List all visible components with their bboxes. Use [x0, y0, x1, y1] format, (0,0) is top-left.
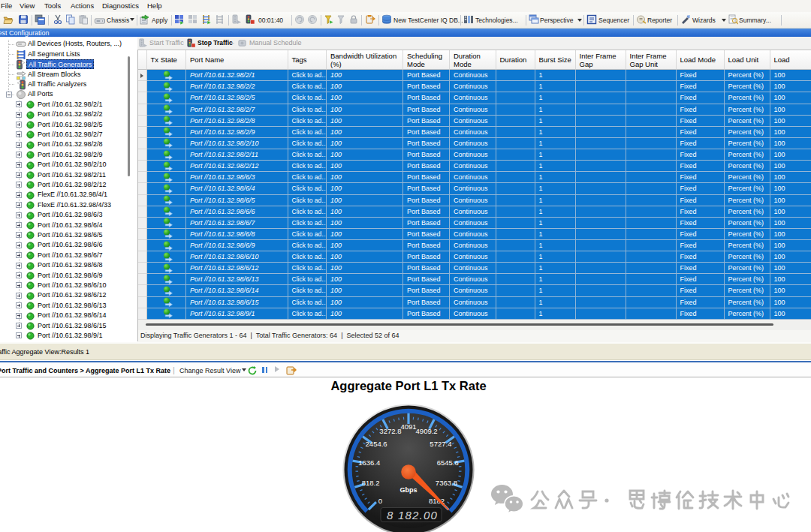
- svg-text:5727.4: 5727.4: [430, 440, 451, 449]
- svg-text:4091: 4091: [400, 422, 416, 431]
- svg-text:6545.6: 6545.6: [437, 459, 459, 467]
- svg-text:2454.6: 2454.6: [365, 440, 387, 449]
- svg-text:4909.2: 4909.2: [415, 427, 437, 435]
- svg-text:Gbps: Gbps: [399, 486, 417, 494]
- svg-text:1636.4: 1636.4: [358, 459, 380, 467]
- svg-text:3272.8: 3272.8: [379, 427, 401, 435]
- svg-text:818.2: 818.2: [362, 479, 380, 488]
- svg-text:0: 0: [378, 497, 382, 505]
- svg-text:7363.8: 7363.8: [436, 479, 457, 488]
- svg-text:8 182.00: 8 182.00: [387, 509, 438, 521]
